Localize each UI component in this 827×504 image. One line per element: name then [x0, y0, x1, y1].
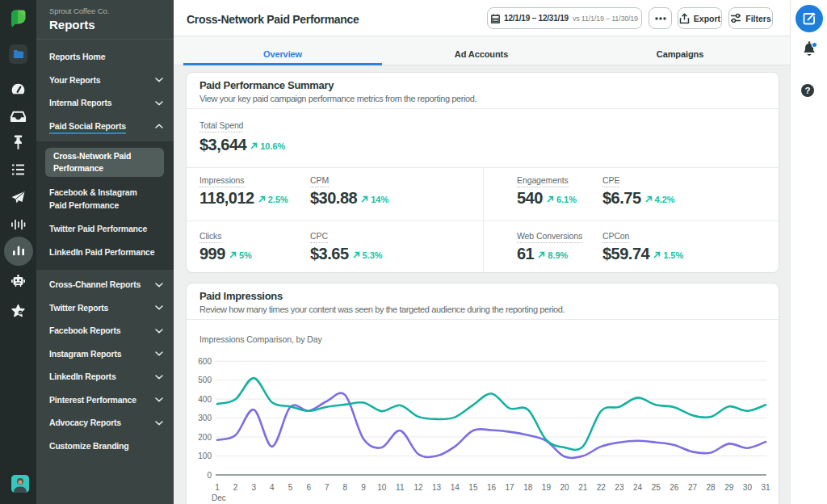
- svg-text:12: 12: [414, 483, 423, 492]
- svg-text:17: 17: [506, 483, 515, 492]
- svg-text:400: 400: [198, 395, 212, 404]
- svg-text:7: 7: [325, 483, 330, 492]
- svg-text:21: 21: [578, 483, 588, 492]
- svg-text:31: 31: [761, 483, 770, 492]
- svg-text:20: 20: [560, 483, 569, 492]
- svg-text:18: 18: [523, 483, 533, 492]
- svg-text:22: 22: [597, 483, 607, 492]
- svg-text:500: 500: [198, 376, 212, 384]
- svg-text:25: 25: [652, 483, 661, 492]
- svg-text:100: 100: [198, 452, 212, 460]
- svg-text:200: 200: [198, 433, 212, 442]
- svg-text:Dec: Dec: [212, 494, 226, 502]
- svg-text:600: 600: [198, 357, 212, 366]
- svg-text:26: 26: [670, 483, 679, 492]
- svg-text:0: 0: [207, 471, 212, 480]
- svg-text:13: 13: [432, 483, 442, 492]
- svg-text:14: 14: [451, 483, 460, 492]
- svg-text:23: 23: [615, 483, 624, 492]
- svg-text:27: 27: [688, 483, 698, 492]
- svg-text:1: 1: [215, 483, 220, 492]
- svg-text:28: 28: [707, 483, 716, 492]
- svg-text:4: 4: [270, 483, 275, 492]
- svg-text:29: 29: [724, 483, 734, 492]
- svg-text:30: 30: [743, 483, 753, 492]
- svg-text:5: 5: [288, 483, 293, 492]
- svg-text:6: 6: [306, 483, 311, 492]
- svg-text:8: 8: [343, 483, 348, 492]
- svg-text:15: 15: [468, 483, 478, 492]
- svg-text:19: 19: [542, 483, 552, 492]
- svg-text:11: 11: [396, 483, 405, 492]
- svg-text:10: 10: [377, 483, 387, 492]
- svg-text:24: 24: [633, 483, 643, 492]
- svg-text:300: 300: [198, 414, 212, 422]
- svg-text:9: 9: [361, 483, 366, 492]
- svg-text:2: 2: [233, 483, 238, 492]
- svg-text:3: 3: [252, 483, 257, 492]
- svg-text:16: 16: [487, 483, 497, 492]
